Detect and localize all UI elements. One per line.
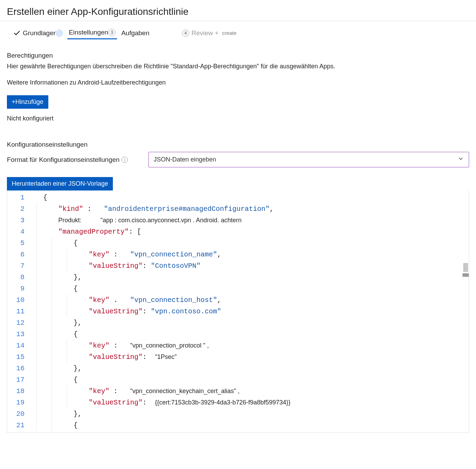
step-label: Grundlagen bbox=[23, 29, 57, 37]
check-icon bbox=[13, 29, 21, 37]
step-badge-icon: 4 bbox=[182, 29, 190, 37]
step-aufgaben[interactable]: Aufgaben bbox=[120, 28, 150, 39]
step-einstellungen[interactable]: Einstellungen 3 bbox=[67, 27, 117, 39]
config-format-label: Format für Konfigurationseinstellungen i bbox=[7, 156, 135, 164]
download-json-template-button[interactable]: Herunterladen einer JSON-Vorlage bbox=[7, 177, 113, 190]
permissions-more-info-link[interactable]: Weitere Informationen zu Android-Laufzei… bbox=[7, 79, 469, 86]
config-heading: Konfigurationseinstellungen bbox=[7, 141, 469, 148]
json-editor[interactable]: 123456789101112131415161718192021 {"kind… bbox=[7, 190, 469, 433]
scrollbar-mark bbox=[463, 273, 469, 277]
permissions-desc: Hier gewährte Berechtigungen überschreib… bbox=[7, 63, 469, 70]
chevron-down-icon bbox=[458, 156, 464, 164]
step-sublabel: create bbox=[222, 30, 236, 36]
editor-gutter: 123456789101112131415161718192021 bbox=[7, 190, 28, 432]
editor-code[interactable]: {"kind" : "androidenterprise#managedConf… bbox=[28, 190, 469, 432]
page-title: Erstellen einer App-Konfigurationsrichtl… bbox=[7, 6, 469, 17]
step-label: Einstellungen bbox=[69, 29, 108, 36]
add-button[interactable]: +Hinzufüge bbox=[7, 95, 48, 109]
dropdown-value: JSON-Daten eingeben bbox=[154, 156, 216, 163]
permissions-heading: Berechtigungen bbox=[7, 52, 469, 59]
step-badge-icon: 3 bbox=[108, 29, 116, 36]
step-grundlagen[interactable]: Grundlagen bbox=[12, 28, 65, 39]
divider bbox=[0, 21, 476, 21]
step-badge-icon bbox=[56, 29, 63, 37]
step-review-create[interactable]: 4 Review + create bbox=[181, 28, 238, 39]
wizard-steps: Grundlagen Einstellungen 3 Aufgaben 4 Re… bbox=[7, 27, 469, 39]
permissions-status: Nicht konfiguriert bbox=[7, 115, 469, 122]
scrollbar-thumb[interactable] bbox=[463, 263, 468, 272]
config-format-dropdown[interactable]: JSON-Daten eingeben bbox=[148, 152, 469, 167]
info-icon[interactable]: i bbox=[122, 157, 128, 163]
step-label: Review + bbox=[192, 29, 219, 37]
step-label: Aufgaben bbox=[121, 29, 149, 37]
